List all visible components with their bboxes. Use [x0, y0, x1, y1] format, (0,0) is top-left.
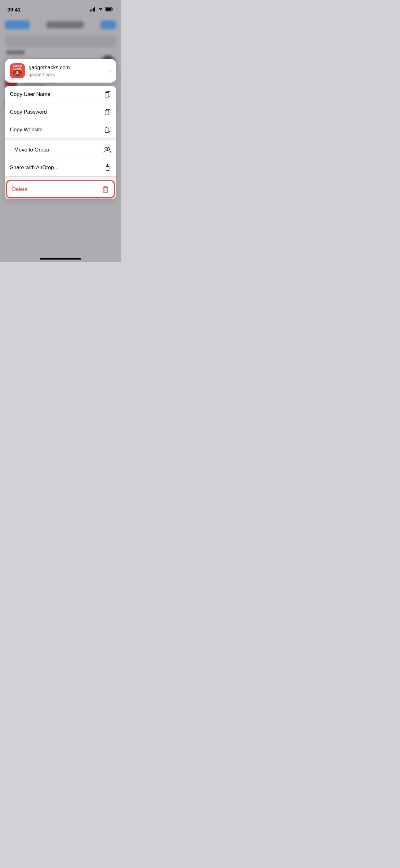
battery-icon: [105, 7, 113, 13]
svg-rect-5: [106, 8, 112, 11]
move-to-group-label: Move to Group: [14, 147, 49, 153]
status-bar: 09:41: [0, 0, 121, 16]
share-airdrop-icon: [104, 164, 111, 172]
move-to-group-chevron-icon: ›: [10, 148, 11, 152]
copy-website-label: Copy Website: [10, 127, 43, 133]
signal-icon: [90, 7, 96, 13]
move-to-group-item[interactable]: › Move to Group: [5, 141, 116, 159]
context-menu: Copy User Name Copy Password Copy Websit…: [5, 86, 116, 199]
svg-rect-3: [94, 7, 95, 11]
site-info: gadgethacks.com gadgethacks: [29, 65, 70, 77]
home-indicator: [40, 258, 81, 259]
delete-item[interactable]: Delete: [6, 180, 115, 198]
site-card-left: GADGETHACKS gadgethacks.com gadgethacks: [10, 63, 70, 78]
svg-rect-15: [106, 166, 109, 170]
copy-website-icon: [104, 126, 111, 133]
copy-website-item[interactable]: Copy Website: [5, 121, 116, 139]
share-airdrop-label: Share with AirDrop...: [10, 164, 58, 171]
wifi-icon: [98, 7, 103, 13]
menu-separator-1: [5, 139, 116, 141]
svg-rect-8: [105, 93, 109, 97]
svg-point-13: [105, 148, 107, 150]
copy-password-label: Copy Password: [10, 109, 47, 115]
context-area: GADGETHACKS gadgethacks.com gadgethacks …: [5, 59, 116, 199]
status-time: 09:41: [7, 7, 21, 13]
site-card[interactable]: GADGETHACKS gadgethacks.com gadgethacks …: [5, 59, 116, 83]
svg-rect-1: [92, 9, 92, 11]
site-app-icon: GADGETHACKS: [10, 63, 25, 78]
delete-label: Delete: [12, 186, 27, 192]
svg-point-6: [16, 71, 18, 73]
site-app-icon-sub-avatar: [13, 69, 22, 76]
menu-separator-2: [5, 177, 116, 179]
copy-username-icon: [104, 91, 111, 98]
move-to-group-icon: [104, 147, 111, 153]
svg-rect-12: [105, 128, 109, 132]
delete-trash-icon: [102, 186, 109, 193]
svg-rect-2: [93, 8, 94, 11]
copy-username-item[interactable]: Copy User Name: [5, 86, 116, 103]
copy-password-item[interactable]: Copy Password: [5, 103, 116, 121]
svg-rect-10: [105, 110, 109, 115]
site-domain: gadgethacks.com: [29, 65, 70, 71]
site-chevron-icon: ›: [109, 68, 111, 74]
site-username: gadgethacks: [29, 72, 70, 77]
copy-password-icon: [104, 108, 111, 116]
status-icons: [90, 7, 113, 13]
move-to-group-left: › Move to Group: [10, 147, 49, 153]
copy-username-label: Copy User Name: [10, 91, 50, 97]
share-airdrop-item[interactable]: Share with AirDrop...: [5, 159, 116, 177]
svg-rect-0: [90, 10, 91, 11]
svg-point-14: [107, 148, 110, 150]
svg-rect-16: [103, 187, 108, 192]
